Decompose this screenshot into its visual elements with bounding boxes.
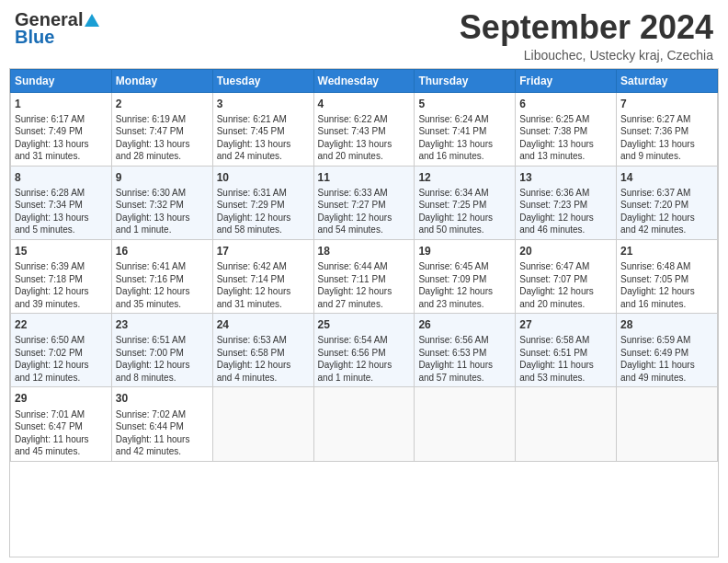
day-info: Sunrise: 6:19 AM bbox=[116, 113, 209, 126]
day-info: Daylight: 12 hours bbox=[318, 285, 411, 298]
day-info: Sunset: 7:00 PM bbox=[116, 347, 209, 360]
day-info: Sunset: 7:25 PM bbox=[418, 199, 511, 212]
day-info: and 35 minutes. bbox=[116, 298, 209, 311]
calendar-week-2: 8Sunrise: 6:28 AMSunset: 7:34 PMDaylight… bbox=[11, 166, 718, 239]
day-info: Daylight: 12 hours bbox=[15, 285, 108, 298]
day-info: Sunrise: 7:02 AM bbox=[116, 408, 209, 421]
day-info: Sunrise: 7:01 AM bbox=[15, 408, 108, 421]
calendar-cell: 10Sunrise: 6:31 AMSunset: 7:29 PMDayligh… bbox=[212, 166, 313, 239]
calendar-cell: 13Sunrise: 6:36 AMSunset: 7:23 PMDayligh… bbox=[516, 166, 617, 239]
day-info: Sunset: 7:20 PM bbox=[620, 199, 713, 212]
calendar-cell: 24Sunrise: 6:53 AMSunset: 6:58 PMDayligh… bbox=[212, 314, 313, 387]
day-info: and 57 minutes. bbox=[418, 372, 511, 385]
day-info: and 16 minutes. bbox=[620, 298, 713, 311]
calendar-cell: 4Sunrise: 6:22 AMSunset: 7:43 PMDaylight… bbox=[313, 92, 415, 166]
day-info: Sunset: 7:38 PM bbox=[519, 125, 612, 138]
day-info: Sunrise: 6:48 AM bbox=[620, 260, 713, 273]
calendar-cell bbox=[617, 387, 718, 461]
calendar-cell: 29Sunrise: 7:01 AMSunset: 6:47 PMDayligh… bbox=[11, 387, 112, 461]
day-info: and 54 minutes. bbox=[318, 224, 411, 236]
day-info: Sunrise: 6:45 AM bbox=[418, 260, 511, 273]
title-area: September 2024 Libouchec, Ustecky kraj, … bbox=[460, 9, 713, 63]
day-info: Daylight: 13 hours bbox=[15, 212, 108, 224]
calendar-week-4: 22Sunrise: 6:50 AMSunset: 7:02 PMDayligh… bbox=[11, 314, 718, 387]
day-number: 22 bbox=[15, 317, 108, 332]
day-header-tuesday: Tuesday bbox=[212, 69, 313, 92]
day-info: Sunset: 6:58 PM bbox=[217, 347, 310, 360]
day-number: 4 bbox=[318, 97, 411, 111]
calendar-cell: 16Sunrise: 6:41 AMSunset: 7:16 PMDayligh… bbox=[111, 239, 212, 313]
day-info: Sunset: 7:02 PM bbox=[15, 347, 108, 360]
calendar-cell: 11Sunrise: 6:33 AMSunset: 7:27 PMDayligh… bbox=[313, 166, 415, 239]
day-header-thursday: Thursday bbox=[415, 69, 516, 92]
day-info: Sunset: 7:09 PM bbox=[418, 273, 511, 286]
day-number: 11 bbox=[318, 170, 411, 185]
calendar: SundayMondayTuesdayWednesdayThursdayFrid… bbox=[9, 68, 719, 557]
day-info: and 42 minutes. bbox=[620, 224, 713, 236]
day-info: and 13 minutes. bbox=[519, 150, 612, 163]
calendar-cell: 7Sunrise: 6:27 AMSunset: 7:36 PMDaylight… bbox=[617, 92, 718, 166]
day-info: Daylight: 11 hours bbox=[620, 359, 713, 372]
day-info: Daylight: 12 hours bbox=[318, 359, 411, 372]
calendar-week-1: 1Sunrise: 6:17 AMSunset: 7:49 PMDaylight… bbox=[11, 92, 718, 166]
month-title: September 2024 bbox=[460, 9, 713, 46]
day-info: Daylight: 11 hours bbox=[519, 359, 612, 372]
day-header-sunday: Sunday bbox=[11, 69, 112, 92]
day-info: Sunrise: 6:30 AM bbox=[116, 187, 209, 200]
day-info: Sunrise: 6:51 AM bbox=[116, 334, 209, 347]
calendar-cell bbox=[212, 387, 313, 461]
calendar-cell: 27Sunrise: 6:58 AMSunset: 6:51 PMDayligh… bbox=[516, 314, 617, 387]
day-info: Daylight: 13 hours bbox=[318, 138, 411, 151]
day-info: Daylight: 13 hours bbox=[116, 138, 209, 151]
day-info: and 50 minutes. bbox=[418, 224, 511, 236]
calendar-cell: 8Sunrise: 6:28 AMSunset: 7:34 PMDaylight… bbox=[11, 166, 112, 239]
day-info: Sunset: 7:18 PM bbox=[15, 273, 108, 286]
day-info: Sunset: 7:41 PM bbox=[418, 125, 511, 138]
day-info: Sunset: 6:49 PM bbox=[620, 347, 713, 360]
header-row: SundayMondayTuesdayWednesdayThursdayFrid… bbox=[11, 69, 718, 92]
day-info: Daylight: 12 hours bbox=[620, 285, 713, 298]
day-info: Daylight: 11 hours bbox=[116, 433, 209, 446]
calendar-cell: 19Sunrise: 6:45 AMSunset: 7:09 PMDayligh… bbox=[415, 239, 516, 313]
calendar-week-3: 15Sunrise: 6:39 AMSunset: 7:18 PMDayligh… bbox=[11, 239, 718, 313]
day-info: Sunset: 7:14 PM bbox=[217, 273, 310, 286]
day-info: Sunrise: 6:36 AM bbox=[519, 187, 612, 200]
day-info: and 20 minutes. bbox=[519, 298, 612, 311]
day-number: 7 bbox=[620, 97, 713, 111]
calendar-cell: 5Sunrise: 6:24 AMSunset: 7:41 PMDaylight… bbox=[415, 92, 516, 166]
calendar-cell: 15Sunrise: 6:39 AMSunset: 7:18 PMDayligh… bbox=[11, 239, 112, 313]
day-info: Sunrise: 6:59 AM bbox=[620, 334, 713, 347]
day-info: Sunset: 7:36 PM bbox=[620, 125, 713, 138]
calendar-cell: 2Sunrise: 6:19 AMSunset: 7:47 PMDaylight… bbox=[111, 92, 212, 166]
day-info: and 12 minutes. bbox=[15, 372, 108, 385]
day-number: 2 bbox=[116, 97, 209, 111]
day-info: Daylight: 13 hours bbox=[15, 138, 108, 151]
day-info: Sunrise: 6:25 AM bbox=[519, 113, 612, 126]
calendar-cell: 18Sunrise: 6:44 AMSunset: 7:11 PMDayligh… bbox=[313, 239, 415, 313]
calendar-cell: 20Sunrise: 6:47 AMSunset: 7:07 PMDayligh… bbox=[516, 239, 617, 313]
day-info: and 31 minutes. bbox=[217, 298, 310, 311]
day-info: Sunset: 7:34 PM bbox=[15, 199, 108, 212]
calendar-cell: 28Sunrise: 6:59 AMSunset: 6:49 PMDayligh… bbox=[617, 314, 718, 387]
day-info: and 27 minutes. bbox=[318, 298, 411, 311]
calendar-cell bbox=[313, 387, 415, 461]
calendar-cell: 1Sunrise: 6:17 AMSunset: 7:49 PMDaylight… bbox=[11, 92, 112, 166]
day-header-saturday: Saturday bbox=[617, 69, 718, 92]
day-info: and 45 minutes. bbox=[15, 445, 108, 458]
day-number: 12 bbox=[418, 170, 511, 185]
day-info: Daylight: 13 hours bbox=[620, 138, 713, 151]
day-info: Sunset: 7:07 PM bbox=[519, 273, 612, 286]
calendar-cell: 6Sunrise: 6:25 AMSunset: 7:38 PMDaylight… bbox=[516, 92, 617, 166]
day-info: Sunset: 7:45 PM bbox=[217, 125, 310, 138]
day-number: 3 bbox=[217, 97, 310, 111]
day-number: 28 bbox=[620, 317, 713, 332]
day-info: Daylight: 12 hours bbox=[418, 212, 511, 224]
day-info: and 49 minutes. bbox=[620, 372, 713, 385]
day-number: 1 bbox=[15, 97, 108, 111]
day-info: Sunrise: 6:53 AM bbox=[217, 334, 310, 347]
day-info: and 1 minute. bbox=[116, 224, 209, 236]
day-info: and 31 minutes. bbox=[15, 150, 108, 163]
day-info: and 39 minutes. bbox=[15, 298, 108, 311]
day-info: Sunset: 7:49 PM bbox=[15, 125, 108, 138]
calendar-cell: 30Sunrise: 7:02 AMSunset: 6:44 PMDayligh… bbox=[111, 387, 212, 461]
